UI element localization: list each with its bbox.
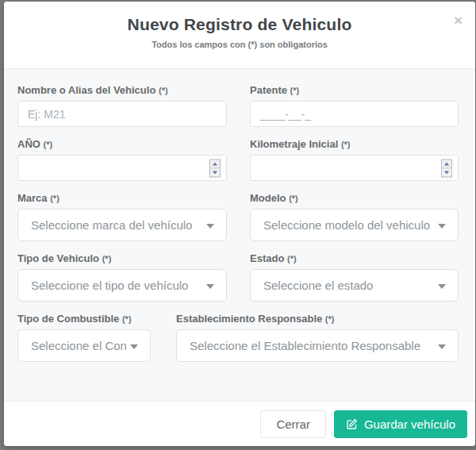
kilometraje-label: Kilometraje Inicial (*)	[250, 138, 459, 150]
guardar-vehiculo-label: Guardar vehículo	[364, 417, 455, 431]
estado-required-mark: (*)	[287, 254, 297, 263]
tipo-vehiculo-label-text: Tipo de Vehiculo	[17, 252, 99, 264]
tipo-vehiculo-select-value: Seleccione el tipo de vehículo	[31, 279, 188, 292]
field-patente: Patente (*)	[250, 84, 459, 127]
anio-number-field	[17, 155, 227, 181]
field-tipo-vehiculo: Tipo de Vehiculo (*) Seleccione el tipo …	[17, 252, 227, 302]
modelo-label: Modelo (*)	[250, 192, 459, 204]
kilometraje-spinner	[441, 159, 452, 177]
modal-subtitle: Todos los campos con (*) son obligatorio…	[4, 40, 475, 49]
cerrar-button[interactable]: Cerrar	[260, 410, 326, 438]
field-modelo: Modelo (*) Seleccione modelo del vehicul…	[250, 192, 459, 241]
marca-label: Marca (*)	[17, 192, 227, 204]
anio-input[interactable]	[17, 155, 227, 181]
chevron-down-icon	[206, 224, 214, 229]
nombre-label-text: Nombre o Alias del Vehiculo	[17, 84, 155, 96]
establecimiento-required-mark: (*)	[325, 314, 335, 324]
modelo-select[interactable]: Seleccione modelo del vehiculo	[250, 209, 459, 241]
field-combustible: Tipo de Combustible (*) Seleccione el Co…	[17, 313, 151, 362]
marca-required-mark: (*)	[50, 194, 60, 203]
combustible-label: Tipo de Combustible (*)	[17, 313, 151, 325]
combustible-select[interactable]: Seleccione el Con	[17, 329, 151, 362]
new-vehicle-modal: Nuevo Registro de Vehiculo Todos los cam…	[4, 2, 475, 446]
chevron-down-icon	[438, 344, 446, 349]
patente-label-text: Patente	[250, 84, 287, 96]
establecimiento-label: Establecimiento Responsable (*)	[176, 313, 459, 325]
patente-input[interactable]	[250, 101, 459, 127]
modal-title: Nuevo Registro de Vehiculo	[4, 15, 475, 34]
field-establecimiento: Establecimiento Responsable (*) Seleccio…	[176, 313, 459, 362]
establecimiento-select-value: Seleccione el Establecimiento Responsabl…	[190, 339, 420, 352]
modal-body: Nombre o Alias del Vehiculo (*) Patente …	[4, 69, 475, 401]
guardar-vehiculo-button[interactable]: Guardar vehículo	[334, 410, 467, 438]
nombre-label: Nombre o Alias del Vehiculo (*)	[17, 84, 227, 96]
kilometraje-input[interactable]	[250, 155, 459, 181]
chevron-down-icon	[438, 224, 446, 229]
nombre-required-mark: (*)	[159, 86, 168, 95]
anio-label: AÑO (*)	[17, 138, 227, 150]
kilometraje-spinner-down-icon[interactable]	[441, 168, 452, 177]
chevron-down-icon	[206, 284, 214, 289]
form-row-2: AÑO (*) Kilometraje Inicial (*)	[17, 138, 463, 181]
field-marca: Marca (*) Seleccione marca del vehículo	[17, 192, 227, 241]
marca-select-value: Seleccione marca del vehículo	[31, 218, 192, 232]
form-row-1: Nombre o Alias del Vehiculo (*) Patente …	[17, 84, 463, 127]
field-estado: Estado (*) Seleccione el estado	[250, 252, 459, 302]
patente-required-mark: (*)	[290, 86, 300, 95]
tipo-vehiculo-label: Tipo de Vehiculo (*)	[17, 252, 227, 264]
estado-select[interactable]: Seleccione el estado	[250, 269, 459, 302]
estado-label: Estado (*)	[250, 252, 459, 264]
field-anio: AÑO (*)	[17, 138, 227, 181]
establecimiento-label-text: Establecimiento Responsable	[176, 313, 322, 325]
marca-label-text: Marca	[17, 192, 48, 204]
modelo-label-text: Modelo	[250, 192, 286, 204]
patente-label: Patente (*)	[250, 84, 459, 96]
establecimiento-select[interactable]: Seleccione el Establecimiento Responsabl…	[176, 329, 459, 362]
modelo-select-value: Seleccione modelo del vehiculo	[263, 218, 430, 232]
modal-header: Nuevo Registro de Vehiculo Todos los cam…	[4, 2, 475, 69]
estado-label-text: Estado	[250, 252, 284, 264]
anio-label-text: AÑO	[17, 138, 40, 150]
anio-spinner-up-icon[interactable]	[209, 159, 221, 168]
form-row-4: Tipo de Vehiculo (*) Seleccione el tipo …	[17, 252, 463, 302]
form-row-3: Marca (*) Seleccione marca del vehículo …	[17, 192, 463, 241]
modelo-required-mark: (*)	[289, 194, 298, 203]
chevron-down-icon	[130, 344, 138, 349]
modal-footer: Cerrar Guardar vehículo	[4, 401, 475, 446]
field-nombre: Nombre o Alias del Vehiculo (*)	[17, 84, 227, 127]
field-kilometraje: Kilometraje Inicial (*)	[250, 138, 459, 181]
anio-spinner-down-icon[interactable]	[209, 168, 221, 177]
kilometraje-spinner-up-icon[interactable]	[441, 159, 452, 168]
form-row-5: Tipo de Combustible (*) Seleccione el Co…	[17, 313, 463, 362]
kilometraje-number-field	[250, 155, 459, 181]
marca-select[interactable]: Seleccione marca del vehículo	[17, 209, 227, 241]
combustible-select-value: Seleccione el Con	[31, 339, 126, 352]
tipo-vehiculo-required-mark: (*)	[102, 254, 112, 263]
kilometraje-label-text: Kilometraje Inicial	[250, 138, 338, 150]
nombre-input[interactable]	[17, 101, 227, 127]
tipo-vehiculo-select[interactable]: Seleccione el tipo de vehículo	[17, 269, 227, 302]
close-icon[interactable]: ×	[454, 13, 463, 28]
chevron-down-icon	[438, 284, 446, 289]
estado-select-value: Seleccione el estado	[263, 279, 373, 292]
combustible-label-text: Tipo de Combustible	[17, 313, 119, 325]
anio-spinner	[209, 159, 221, 177]
combustible-required-mark: (*)	[122, 314, 132, 324]
anio-required-mark: (*)	[44, 140, 53, 149]
kilometraje-required-mark: (*)	[341, 140, 351, 149]
edit-icon	[346, 418, 358, 430]
